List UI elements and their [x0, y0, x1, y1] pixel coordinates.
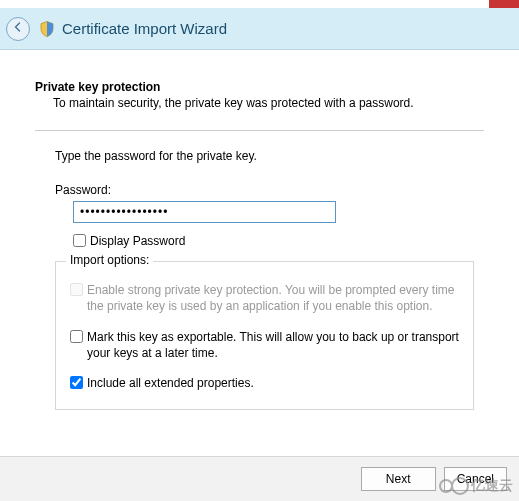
- option-exportable-label: Mark this key as exportable. This will a…: [87, 329, 459, 361]
- password-input[interactable]: [73, 201, 336, 223]
- wizard-header: Certificate Import Wizard: [0, 8, 519, 50]
- separator: [35, 130, 484, 131]
- import-options-group: Import options: Enable strong private ke…: [55, 261, 474, 410]
- option-strong-protection-label: Enable strong private key protection. Yo…: [87, 282, 459, 314]
- next-button[interactable]: Next: [361, 467, 436, 491]
- option-exportable: Mark this key as exportable. This will a…: [70, 329, 459, 361]
- option-extended-properties: Include all extended properties.: [70, 375, 459, 391]
- section-title: Private key protection: [35, 80, 484, 94]
- option-extended-properties-label: Include all extended properties.: [87, 375, 254, 391]
- wizard-title: Certificate Import Wizard: [62, 20, 227, 37]
- section-description: To maintain security, the private key wa…: [53, 96, 484, 110]
- option-strong-protection: Enable strong private key protection. Yo…: [70, 282, 459, 314]
- option-extended-properties-checkbox[interactable]: [70, 376, 83, 389]
- wizard-content: Private key protection To maintain secur…: [0, 50, 519, 420]
- import-options-legend: Import options:: [66, 253, 153, 267]
- instruction-text: Type the password for the private key.: [55, 149, 484, 163]
- option-exportable-checkbox[interactable]: [70, 330, 83, 343]
- password-label: Password:: [55, 183, 484, 197]
- shield-icon: [38, 20, 56, 38]
- wizard-footer: Next Cancel: [0, 456, 519, 501]
- option-strong-protection-checkbox: [70, 283, 83, 296]
- close-bar-fragment: [489, 0, 519, 8]
- back-button[interactable]: [6, 17, 30, 41]
- cancel-button[interactable]: Cancel: [444, 467, 507, 491]
- display-password-checkbox[interactable]: [73, 234, 86, 247]
- back-arrow-icon: [12, 21, 24, 36]
- display-password-label: Display Password: [90, 233, 185, 249]
- password-group: Password: Display Password: [55, 183, 484, 249]
